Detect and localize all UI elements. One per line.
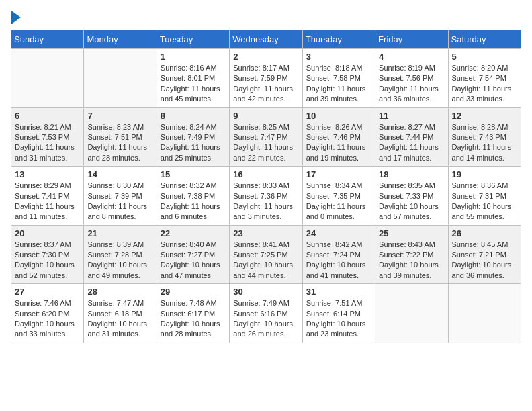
day-number: 29 [161, 287, 226, 297]
day-info: Sunrise: 8:24 AM Sunset: 7:49 PM Dayligh… [161, 122, 226, 164]
day-info: Sunrise: 8:26 AM Sunset: 7:46 PM Dayligh… [306, 122, 371, 164]
day-info: Sunrise: 8:45 AM Sunset: 7:21 PM Dayligh… [452, 240, 517, 281]
day-info: Sunrise: 8:19 AM Sunset: 7:56 PM Dayligh… [379, 63, 444, 105]
header [11, 11, 521, 21]
calendar-cell: 22Sunrise: 8:40 AM Sunset: 7:27 PM Dayli… [157, 225, 229, 284]
day-number: 26 [452, 228, 517, 238]
calendar-header-friday: Friday [375, 30, 448, 49]
day-number: 24 [306, 228, 371, 238]
calendar-cell [11, 49, 84, 108]
calendar-cell: 18Sunrise: 8:35 AM Sunset: 7:33 PM Dayli… [375, 167, 448, 226]
calendar-header-row: SundayMondayTuesdayWednesdayThursdayFrid… [11, 30, 521, 49]
day-info: Sunrise: 8:29 AM Sunset: 7:41 PM Dayligh… [15, 181, 80, 222]
day-number: 23 [233, 228, 298, 238]
day-number: 27 [15, 287, 80, 297]
calendar-cell: 20Sunrise: 8:37 AM Sunset: 7:30 PM Dayli… [11, 225, 84, 284]
day-number: 1 [161, 52, 226, 62]
day-info: Sunrise: 8:21 AM Sunset: 7:53 PM Dayligh… [15, 122, 80, 164]
calendar-header-thursday: Thursday [302, 30, 375, 49]
calendar-cell: 17Sunrise: 8:34 AM Sunset: 7:35 PM Dayli… [302, 167, 375, 226]
calendar-cell: 1Sunrise: 8:16 AM Sunset: 8:01 PM Daylig… [157, 49, 229, 108]
day-info: Sunrise: 8:43 AM Sunset: 7:22 PM Dayligh… [379, 240, 444, 281]
day-number: 16 [233, 169, 298, 179]
calendar-cell: 9Sunrise: 8:25 AM Sunset: 7:47 PM Daylig… [230, 107, 302, 167]
calendar-cell: 3Sunrise: 8:18 AM Sunset: 7:58 PM Daylig… [302, 49, 375, 108]
day-info: Sunrise: 8:34 AM Sunset: 7:35 PM Dayligh… [306, 181, 371, 222]
day-number: 7 [87, 111, 152, 121]
calendar-week-2: 6Sunrise: 8:21 AM Sunset: 7:53 PM Daylig… [11, 107, 521, 167]
day-number: 31 [306, 287, 371, 297]
calendar-cell: 19Sunrise: 8:36 AM Sunset: 7:31 PM Dayli… [448, 167, 521, 226]
calendar-cell: 4Sunrise: 8:19 AM Sunset: 7:56 PM Daylig… [375, 49, 448, 108]
day-number: 28 [87, 287, 152, 297]
calendar-cell: 30Sunrise: 7:49 AM Sunset: 6:16 PM Dayli… [230, 284, 302, 343]
day-info: Sunrise: 8:35 AM Sunset: 7:33 PM Dayligh… [379, 181, 444, 222]
day-number: 2 [233, 52, 298, 62]
calendar-cell: 25Sunrise: 8:43 AM Sunset: 7:22 PM Dayli… [375, 225, 448, 284]
day-number: 19 [452, 169, 517, 179]
day-info: Sunrise: 8:33 AM Sunset: 7:36 PM Dayligh… [233, 181, 298, 222]
day-info: Sunrise: 8:25 AM Sunset: 7:47 PM Dayligh… [233, 122, 298, 164]
day-number: 21 [87, 228, 152, 238]
day-number: 3 [306, 52, 371, 62]
calendar-week-5: 27Sunrise: 7:46 AM Sunset: 6:20 PM Dayli… [11, 284, 521, 343]
day-info: Sunrise: 8:42 AM Sunset: 7:24 PM Dayligh… [306, 240, 371, 281]
calendar-cell: 12Sunrise: 8:28 AM Sunset: 7:43 PM Dayli… [448, 107, 521, 167]
calendar-cell [448, 284, 521, 343]
day-number: 11 [379, 111, 444, 121]
day-number: 15 [161, 169, 226, 179]
day-info: Sunrise: 7:48 AM Sunset: 6:17 PM Dayligh… [161, 298, 226, 340]
calendar-cell: 15Sunrise: 8:32 AM Sunset: 7:38 PM Dayli… [157, 167, 229, 226]
calendar-header-sunday: Sunday [11, 30, 84, 49]
day-info: Sunrise: 7:51 AM Sunset: 6:14 PM Dayligh… [306, 298, 371, 340]
day-info: Sunrise: 8:30 AM Sunset: 7:39 PM Dayligh… [87, 181, 152, 222]
day-info: Sunrise: 8:40 AM Sunset: 7:27 PM Dayligh… [161, 240, 226, 281]
day-info: Sunrise: 7:49 AM Sunset: 6:16 PM Dayligh… [233, 298, 298, 340]
day-info: Sunrise: 7:47 AM Sunset: 6:18 PM Dayligh… [87, 298, 152, 340]
day-info: Sunrise: 8:23 AM Sunset: 7:51 PM Dayligh… [87, 122, 152, 164]
day-info: Sunrise: 8:27 AM Sunset: 7:44 PM Dayligh… [379, 122, 444, 164]
day-number: 18 [379, 169, 444, 179]
calendar-cell: 7Sunrise: 8:23 AM Sunset: 7:51 PM Daylig… [84, 107, 157, 167]
calendar-week-3: 13Sunrise: 8:29 AM Sunset: 7:41 PM Dayli… [11, 167, 521, 226]
logo [11, 11, 21, 21]
calendar-cell [84, 49, 157, 108]
calendar-cell: 6Sunrise: 8:21 AM Sunset: 7:53 PM Daylig… [11, 107, 84, 167]
calendar-week-1: 1Sunrise: 8:16 AM Sunset: 8:01 PM Daylig… [11, 49, 521, 108]
calendar-cell: 27Sunrise: 7:46 AM Sunset: 6:20 PM Dayli… [11, 284, 84, 343]
day-info: Sunrise: 8:39 AM Sunset: 7:28 PM Dayligh… [87, 240, 152, 281]
calendar-cell: 29Sunrise: 7:48 AM Sunset: 6:17 PM Dayli… [157, 284, 229, 343]
day-number: 4 [379, 52, 444, 62]
calendar-cell: 24Sunrise: 8:42 AM Sunset: 7:24 PM Dayli… [302, 225, 375, 284]
calendar-cell: 26Sunrise: 8:45 AM Sunset: 7:21 PM Dayli… [448, 225, 521, 284]
day-info: Sunrise: 8:37 AM Sunset: 7:30 PM Dayligh… [15, 240, 80, 281]
calendar: SundayMondayTuesdayWednesdayThursdayFrid… [11, 30, 521, 343]
day-number: 13 [15, 169, 80, 179]
calendar-cell: 21Sunrise: 8:39 AM Sunset: 7:28 PM Dayli… [84, 225, 157, 284]
day-number: 20 [15, 228, 80, 238]
calendar-cell: 11Sunrise: 8:27 AM Sunset: 7:44 PM Dayli… [375, 107, 448, 167]
day-info: Sunrise: 8:36 AM Sunset: 7:31 PM Dayligh… [452, 181, 517, 222]
day-number: 17 [306, 169, 371, 179]
calendar-body: 1Sunrise: 8:16 AM Sunset: 8:01 PM Daylig… [11, 49, 521, 343]
day-number: 8 [161, 111, 226, 121]
day-info: Sunrise: 8:16 AM Sunset: 8:01 PM Dayligh… [161, 63, 226, 105]
calendar-header-wednesday: Wednesday [230, 30, 302, 49]
day-number: 9 [233, 111, 298, 121]
day-number: 6 [15, 111, 80, 121]
day-number: 30 [233, 287, 298, 297]
calendar-cell: 16Sunrise: 8:33 AM Sunset: 7:36 PM Dayli… [230, 167, 302, 226]
day-number: 25 [379, 228, 444, 238]
calendar-cell: 5Sunrise: 8:20 AM Sunset: 7:54 PM Daylig… [448, 49, 521, 108]
day-info: Sunrise: 8:28 AM Sunset: 7:43 PM Dayligh… [452, 122, 517, 164]
day-info: Sunrise: 8:18 AM Sunset: 7:58 PM Dayligh… [306, 63, 371, 105]
calendar-week-4: 20Sunrise: 8:37 AM Sunset: 7:30 PM Dayli… [11, 225, 521, 284]
calendar-cell: 8Sunrise: 8:24 AM Sunset: 7:49 PM Daylig… [157, 107, 229, 167]
day-number: 14 [87, 169, 152, 179]
day-info: Sunrise: 8:17 AM Sunset: 7:59 PM Dayligh… [233, 63, 298, 105]
calendar-cell: 14Sunrise: 8:30 AM Sunset: 7:39 PM Dayli… [84, 167, 157, 226]
day-number: 5 [452, 52, 517, 62]
calendar-cell: 10Sunrise: 8:26 AM Sunset: 7:46 PM Dayli… [302, 107, 375, 167]
day-info: Sunrise: 8:32 AM Sunset: 7:38 PM Dayligh… [161, 181, 226, 222]
day-info: Sunrise: 8:41 AM Sunset: 7:25 PM Dayligh… [233, 240, 298, 281]
